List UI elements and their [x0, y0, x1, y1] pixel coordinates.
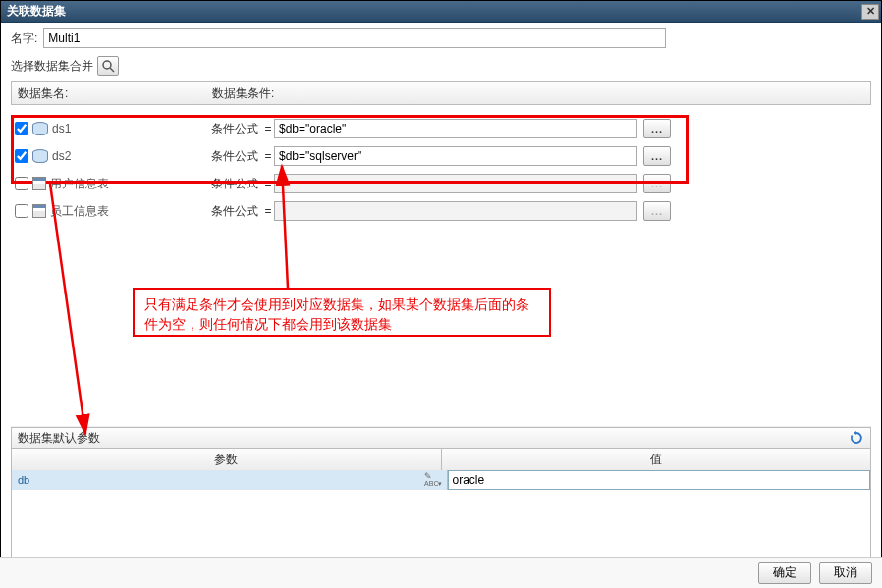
window-title: 关联数据集 [7, 3, 66, 20]
formula-label: 条件公式 [209, 121, 262, 137]
titlebar: 关联数据集 ✕ [1, 1, 881, 23]
dscond-header: 数据集条件: [212, 85, 864, 102]
formula-picker-button[interactable]: ... [643, 174, 671, 193]
dataset-checkbox[interactable] [15, 177, 28, 190]
default-params-title: 数据集默认参数 [18, 430, 843, 447]
formula-input[interactable] [274, 146, 637, 166]
table-icon [32, 204, 46, 218]
annotation-text: 只有满足条件才会使用到对应数据集，如果某个数据集后面的条件为空，则任何情况下都会… [133, 288, 551, 337]
formula-input[interactable] [274, 201, 637, 221]
dataset-header: 数据集名: 数据集条件: [11, 81, 871, 105]
equals-sign: = [262, 204, 274, 218]
dataset-checkbox[interactable] [15, 149, 28, 163]
formula-input[interactable] [274, 119, 637, 138]
dialog-footer: 确定 取消 [0, 557, 882, 588]
dataset-label: 用户信息表 [50, 176, 109, 192]
svg-line-1 [110, 68, 114, 72]
dataset-row: ds2 条件公式 = ... [11, 142, 871, 170]
ok-button[interactable]: 确定 [758, 562, 811, 584]
formula-picker-button[interactable]: ... [643, 146, 671, 166]
dataset-row: 用户信息表 条件公式 = ... [11, 170, 871, 197]
equals-sign: = [262, 177, 274, 190]
search-icon[interactable] [97, 56, 119, 76]
formula-label: 条件公式 [209, 176, 262, 192]
param-value-input[interactable] [448, 470, 871, 490]
dataset-checkbox[interactable] [15, 204, 28, 218]
param-col-header: 参数 [12, 449, 442, 470]
cancel-button[interactable]: 取消 [819, 562, 872, 584]
dataset-row: 员工信息表 条件公式 = ... [11, 197, 871, 225]
param-name-cell[interactable]: db ✎ABC▾ [12, 470, 448, 490]
database-icon [32, 149, 48, 163]
dataset-label: 员工信息表 [50, 203, 109, 220]
name-label: 名字: [11, 30, 37, 47]
formula-picker-button[interactable]: ... [643, 201, 671, 221]
dataset-label: ds2 [52, 149, 71, 163]
type-picker-icon[interactable]: ✎ABC▾ [424, 472, 442, 488]
param-table-header: 参数 值 [12, 449, 870, 470]
formula-input[interactable] [274, 174, 637, 193]
formula-picker-button[interactable]: ... [643, 119, 671, 138]
value-col-header: 值 [442, 449, 871, 470]
dsname-header: 数据集名: [18, 85, 212, 102]
equals-sign: = [262, 149, 274, 163]
table-icon [32, 177, 46, 190]
dataset-row: ds1 条件公式 = ... [11, 115, 871, 142]
dataset-label: ds1 [52, 122, 71, 135]
formula-label: 条件公式 [209, 148, 262, 165]
select-merge-label: 选择数据集合并 [11, 58, 93, 75]
name-input[interactable] [43, 28, 666, 48]
svg-point-0 [103, 61, 111, 69]
param-row: db ✎ABC▾ [12, 470, 870, 490]
equals-sign: = [262, 122, 274, 135]
formula-label: 条件公式 [209, 203, 262, 220]
refresh-icon[interactable] [849, 430, 864, 446]
dataset-checkbox[interactable] [15, 122, 28, 135]
close-icon[interactable]: ✕ [861, 4, 879, 20]
database-icon [32, 122, 48, 135]
